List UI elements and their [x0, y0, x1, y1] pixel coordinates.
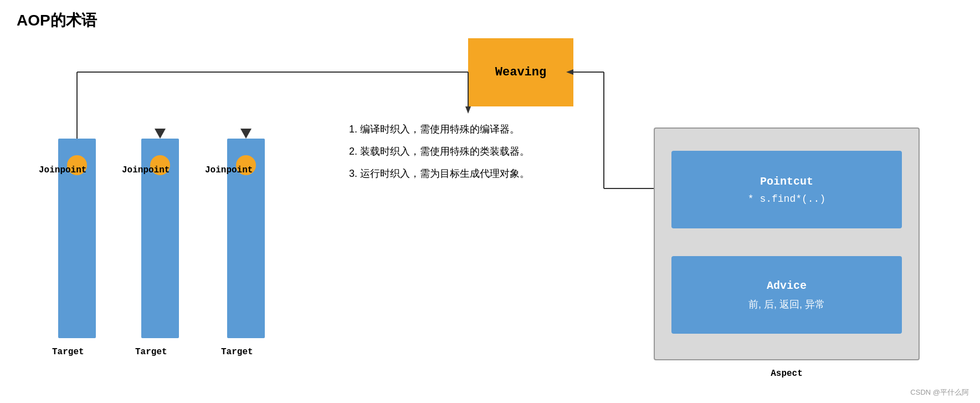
joinpoint-label-3: Joinpoint: [205, 165, 253, 175]
pointcut-box: Pointcut * s.find*(..): [671, 151, 902, 228]
pointcut-title: Pointcut: [760, 175, 813, 188]
target-label-1: Target: [52, 347, 84, 357]
advice-box: Advice 前, 后, 返回, 异常: [671, 256, 902, 334]
weaving-desc-item-3: 运行时织入，需为目标生成代理对象。: [360, 164, 530, 183]
joinpoint-label-1: Joinpoint: [39, 165, 86, 175]
weaving-label: Weaving: [495, 65, 546, 79]
aspect-label: Aspect: [771, 369, 803, 379]
arrow-down-3: [240, 129, 252, 139]
target-label-3: Target: [221, 347, 253, 357]
joinpoint-label-2: Joinpoint: [122, 165, 170, 175]
weaving-desc-item-2: 装载时织入，需使用特殊的类装载器。: [360, 141, 530, 161]
weaving-box: Weaving: [468, 38, 573, 106]
watermark: CSDN @平什么阿: [910, 387, 969, 397]
weaving-description: 编译时织入，需使用特殊的编译器。 装载时织入，需使用特殊的类装载器。 运行时织入…: [343, 119, 530, 186]
svg-marker-3: [465, 106, 471, 114]
advice-subtitle: 前, 后, 返回, 异常: [748, 298, 825, 311]
page-title: AOP的术语: [17, 10, 97, 31]
arrow-down-2: [155, 129, 166, 139]
aspect-box: Pointcut * s.find*(..) Advice 前, 后, 返回, …: [654, 127, 920, 360]
pointcut-code: * s.find*(..): [748, 193, 825, 205]
target-label-2: Target: [135, 347, 167, 357]
weaving-desc-item-1: 编译时织入，需使用特殊的编译器。: [360, 119, 530, 139]
advice-title: Advice: [767, 279, 807, 292]
